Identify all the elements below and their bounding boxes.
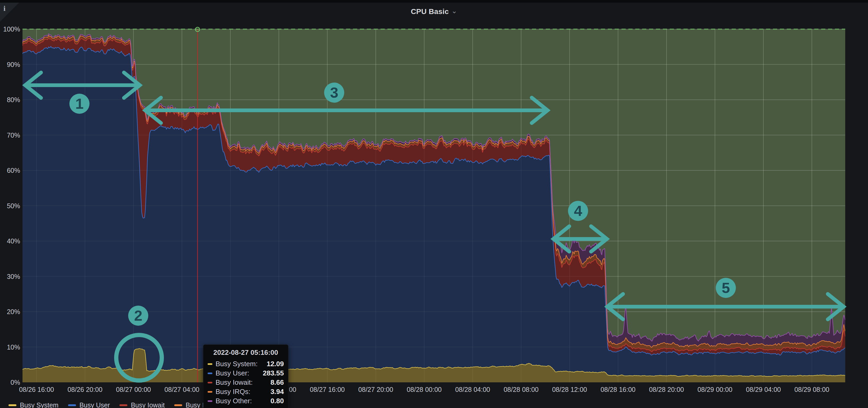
x-tick-label: 08/26 20:00 — [61, 385, 109, 394]
tooltip-series-label: Busy Iowait: — [216, 378, 270, 386]
x-tick-label: 08/26 16:00 — [13, 385, 60, 394]
series-color-dash-icon — [208, 382, 212, 383]
hover-tooltip: 2022-08-27 05:16:00 Busy System:12.09Bus… — [203, 344, 288, 408]
y-tick-label: 40% — [1, 237, 20, 245]
x-tick-label: 08/28 04:00 — [449, 385, 496, 394]
x-tick-label: 08/28 16:00 — [594, 385, 642, 394]
annotation-badge-4: 4 — [568, 201, 588, 221]
tooltip-series-value: 8.66 — [270, 378, 284, 386]
legend-color-dash-icon — [68, 404, 76, 406]
x-tick-label: 08/28 12:00 — [546, 385, 593, 394]
legend-label: Busy Iowait — [131, 401, 165, 408]
x-tick-label: 08/29 04:00 — [740, 385, 787, 394]
tooltip-series-label: Busy Other: — [216, 397, 270, 405]
tooltip-series-label: Busy System: — [216, 360, 267, 368]
tooltip-series-value: 3.94 — [270, 387, 284, 396]
x-tick-label: 08/28 20:00 — [643, 385, 690, 394]
x-tick-label: 08/28 08:00 — [497, 385, 545, 394]
annotation-badge-3: 3 — [324, 82, 344, 103]
series-color-dash-icon — [208, 400, 212, 402]
tooltip-rows: Busy System:12.09Busy User:283.55Busy Io… — [208, 359, 284, 406]
tooltip-series-label: Busy IRQs: — [216, 387, 270, 396]
x-tick-label: 08/29 00:00 — [691, 385, 739, 394]
x-tick-label: 08/28 00:00 — [400, 385, 448, 394]
tooltip-row: Busy IRQs:3.94 — [208, 387, 284, 396]
series-color-dash-icon — [208, 373, 212, 374]
tooltip-row: Busy Iowait:8.66 — [208, 378, 284, 387]
x-tick-label: 08/27 16:00 — [304, 385, 351, 394]
annotation-badge-2: 2 — [128, 306, 148, 326]
legend-color-dash-icon — [174, 404, 182, 406]
tooltip-row: Busy Other:0.80 — [208, 396, 284, 406]
svg-text:5: 5 — [721, 279, 730, 296]
x-tick-label: 08/29 08:00 — [788, 385, 836, 394]
y-tick-label: 70% — [1, 131, 20, 139]
annotation-badge-1: 1 — [69, 94, 90, 114]
y-tick-label: 20% — [1, 308, 20, 316]
legend-color-dash-icon — [119, 404, 127, 406]
tooltip-series-value: 283.55 — [263, 369, 284, 377]
y-tick-label: 60% — [1, 166, 20, 174]
x-tick-label: 08/27 20:00 — [352, 385, 400, 394]
x-tick-label: 08/27 04:00 — [158, 385, 206, 394]
svg-text:4: 4 — [574, 202, 582, 219]
y-tick-label: 90% — [1, 61, 20, 69]
y-tick-label: 80% — [1, 96, 20, 104]
svg-text:3: 3 — [330, 84, 338, 101]
series-color-dash-icon — [208, 363, 212, 365]
tooltip-row: Busy System:12.09 — [208, 359, 284, 369]
legend-label: Busy System — [20, 401, 59, 408]
cpu-usage-chart[interactable]: 1 2 3 4 5 — [0, 0, 868, 408]
grafana-cpu-panel: { "panel": { "title": "CPU Basic", "chev… — [0, 0, 868, 408]
x-tick-label: 08/27 00:00 — [110, 385, 157, 394]
y-tick-label: 30% — [1, 273, 20, 280]
legend-label: Busy User — [80, 401, 110, 408]
y-tick-label: 10% — [1, 343, 20, 351]
y-tick-label: 100% — [1, 25, 20, 33]
legend-item-busy-iowait[interactable]: Busy Iowait — [119, 401, 165, 408]
tooltip-row: Busy User:283.55 — [208, 369, 284, 378]
svg-text:1: 1 — [75, 95, 84, 112]
y-tick-label: 50% — [1, 202, 20, 210]
legend-color-dash-icon — [8, 404, 17, 406]
svg-text:2: 2 — [134, 307, 142, 324]
tooltip-timestamp: 2022-08-27 05:16:00 — [208, 348, 284, 357]
series-color-dash-icon — [208, 391, 212, 393]
y-tick-label: 0% — [1, 378, 20, 386]
chart-legend: Busy SystemBusy UserBusy IowaitBusy IRQs — [8, 401, 217, 408]
legend-item-busy-system[interactable]: Busy System — [8, 401, 59, 408]
tooltip-series-value: 12.09 — [267, 360, 284, 368]
annotation-badge-5: 5 — [716, 278, 736, 298]
legend-item-busy-user[interactable]: Busy User — [68, 401, 110, 408]
tooltip-series-value: 0.80 — [270, 397, 284, 405]
tooltip-series-label: Busy User: — [216, 369, 263, 377]
